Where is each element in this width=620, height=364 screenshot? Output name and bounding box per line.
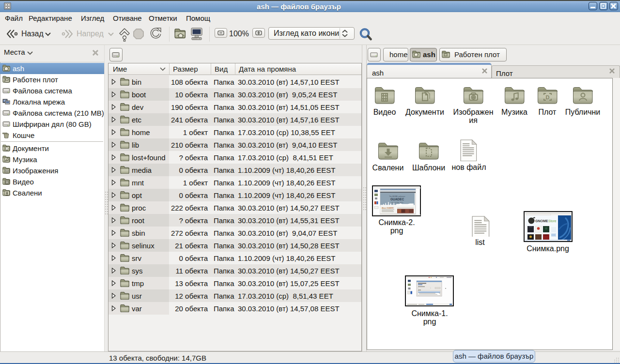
svg-text:D: D (546, 94, 550, 100)
svg-text:GNOME: GNOME (535, 219, 548, 223)
svg-text:Store: Store (548, 219, 557, 223)
svg-text:GUADEC: GUADEC (390, 197, 404, 201)
svg-text:July 24-30th, 2010: July 24-30th, 2010 (391, 202, 403, 204)
svg-text:About GUADEC: About GUADEC (382, 207, 394, 209)
